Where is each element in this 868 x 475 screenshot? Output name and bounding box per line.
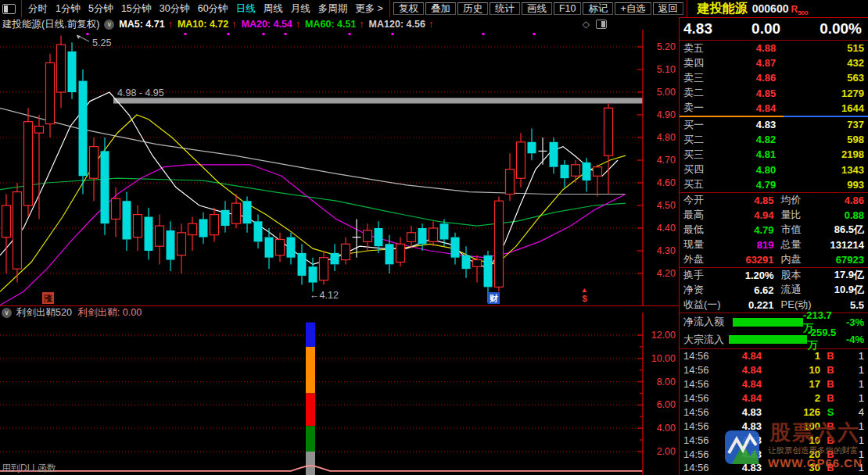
axis-label: 5.10 xyxy=(657,64,676,75)
tick-list[interactable]: 14:564.841B114:564.8410B114:564.8417B114… xyxy=(680,349,868,475)
gap-zone-bar xyxy=(113,98,643,103)
vl: 126 xyxy=(762,406,820,418)
vl: 2198 xyxy=(812,148,864,160)
stock-header: 建投能源 000600 R500 xyxy=(698,1,809,17)
indicator-canvas: 12.0010.008.006.004.002.00 xyxy=(0,306,679,475)
pr: 4.87 xyxy=(719,57,812,69)
tool-button-标记[interactable]: 标记 xyxy=(583,2,613,15)
price-annotation: 5.25 xyxy=(92,38,111,48)
chevron-down-icon[interactable]: ∨ xyxy=(2,308,12,318)
month-dot xyxy=(482,33,485,35)
menu-item-多周期[interactable]: 多周期 xyxy=(314,3,352,14)
price-annotation: 4.98 - 4.95 xyxy=(117,88,164,98)
tool-button-返回[interactable]: 返回 xyxy=(653,2,683,15)
event-marker: $ xyxy=(582,294,586,303)
candle-down xyxy=(331,253,339,265)
menu-item-分时[interactable]: 分时 xyxy=(24,3,52,14)
buy-row[interactable]: 买三4.812198 xyxy=(680,147,868,162)
candle-up xyxy=(429,228,438,241)
buy-row[interactable]: 买二4.82598 xyxy=(680,132,868,147)
tm: 14:56 xyxy=(683,392,718,404)
candle-down xyxy=(528,142,536,154)
menu-item-1分钟[interactable]: 1分钟 xyxy=(52,3,84,14)
ct: 1 xyxy=(841,364,864,376)
vl: 17 xyxy=(762,378,820,390)
tool-button-F10[interactable]: F10 xyxy=(554,2,582,15)
l2: 流通 xyxy=(781,283,816,297)
diamond-icon[interactable]: ◇ xyxy=(583,19,590,30)
candle-down xyxy=(440,223,449,239)
indicator-bar-segment xyxy=(306,323,315,347)
split-window-icon[interactable] xyxy=(2,4,16,14)
axis-label: 4.60 xyxy=(657,177,676,188)
v1: 63291 xyxy=(723,254,774,266)
buy-row[interactable]: 买四4.801343 xyxy=(680,162,868,177)
sell-row[interactable]: 卖五4.88515 xyxy=(680,41,868,55)
pp: -4% xyxy=(839,334,864,345)
menu-item-15分钟[interactable]: 15分钟 xyxy=(117,3,156,14)
flow-row: 净流入额-213.7万-3% xyxy=(680,313,868,331)
pane-toggle-icon[interactable] xyxy=(596,20,607,29)
vl: 598 xyxy=(812,134,864,145)
menu-item-更多 >[interactable]: 更多 > xyxy=(351,3,387,14)
candle-down xyxy=(287,238,296,258)
sell-row[interactable]: 卖四4.87432 xyxy=(680,55,868,70)
marker-arrow xyxy=(583,288,587,292)
v1: 819 xyxy=(723,239,774,251)
month-dot xyxy=(228,33,230,35)
vl: 10 xyxy=(762,434,820,446)
menu-item-60分钟[interactable]: 60分钟 xyxy=(194,3,232,14)
menu-item-30分钟[interactable]: 30分钟 xyxy=(156,3,194,14)
candle-up xyxy=(572,165,580,177)
sell-row[interactable]: 卖三4.86563 xyxy=(680,70,868,85)
tool-button-统计[interactable]: 统计 xyxy=(490,2,520,15)
sell-row[interactable]: 卖二4.851279 xyxy=(680,86,868,101)
buy-row[interactable]: 买一4.83737 xyxy=(680,117,868,132)
candle-up xyxy=(112,198,120,219)
stats-block-1: 今开4.85均价4.86最高4.94量比0.88最低4.79市值86.5亿现量8… xyxy=(680,193,868,268)
menu-item-日线[interactable]: 日线 xyxy=(232,3,260,14)
vl: 1644 xyxy=(812,102,864,114)
axis-label: 4.40 xyxy=(657,223,676,234)
l2: 量比 xyxy=(781,208,816,222)
event-marker: 涨 xyxy=(43,294,53,303)
price-change-pct: 0.00% xyxy=(820,20,862,38)
sell-row[interactable]: 卖一4.841644 xyxy=(680,101,868,116)
tool-button-+自选[interactable]: +自选 xyxy=(615,2,651,15)
lb: 买四 xyxy=(683,162,719,177)
tool-button-画线[interactable]: 画线 xyxy=(522,2,552,15)
menu-item-周线[interactable]: 周线 xyxy=(260,3,287,14)
candle-down xyxy=(167,230,175,260)
price-change: 0.00 xyxy=(751,20,780,38)
chart-title-row: 建投能源(日线.前复权) ∨ MA5: 4.71↑MA10: 4.72↑MA20… xyxy=(2,18,438,30)
tool-button-复权[interactable]: 复权 xyxy=(393,2,424,15)
ct: 1 xyxy=(841,448,864,460)
menu-item-5分钟[interactable]: 5分钟 xyxy=(84,3,117,14)
up-arrow-icon: ↑ xyxy=(168,19,173,30)
ma-values: MA5: 4.71↑MA10: 4.72↑MA20: 4.54↑MA60: 4.… xyxy=(119,19,438,30)
main-chart-panel[interactable]: 建投能源(日线.前复权) ∨ MA5: 4.71↑MA10: 4.72↑MA20… xyxy=(0,17,679,305)
vl: 20 xyxy=(762,448,820,460)
chevron-down-icon[interactable]: ∨ xyxy=(104,20,114,30)
tool-button-叠加[interactable]: 叠加 xyxy=(425,2,456,15)
candle-up xyxy=(604,108,613,155)
tool-button-历史[interactable]: 历史 xyxy=(457,2,488,15)
tick-row: 14:564.841B1 xyxy=(680,349,868,363)
pr: 4.84 xyxy=(718,350,762,362)
indicator-panel[interactable]: ∨ 利剑出鞘520 利剑出鞘: 0.00 12.0010.008.006.004… xyxy=(0,305,679,475)
l2: 股本 xyxy=(781,268,816,282)
candle-up xyxy=(57,45,66,92)
sd: S xyxy=(820,406,841,418)
axis-label: 4.90 xyxy=(657,109,676,120)
last-price: 4.83 xyxy=(683,20,712,38)
candle-down xyxy=(583,162,591,180)
lb: 净流入额 xyxy=(683,315,733,329)
pr: 4.86 xyxy=(719,72,812,84)
l2: 市值 xyxy=(781,223,816,237)
tick-row: 14:564.8320B1 xyxy=(680,447,868,461)
menu-item-月线[interactable]: 月线 xyxy=(287,3,314,14)
buy-row[interactable]: 买五4.79993 xyxy=(680,177,868,192)
lb: 买二 xyxy=(683,133,719,147)
month-dot xyxy=(87,33,89,35)
candle-down xyxy=(561,165,569,178)
